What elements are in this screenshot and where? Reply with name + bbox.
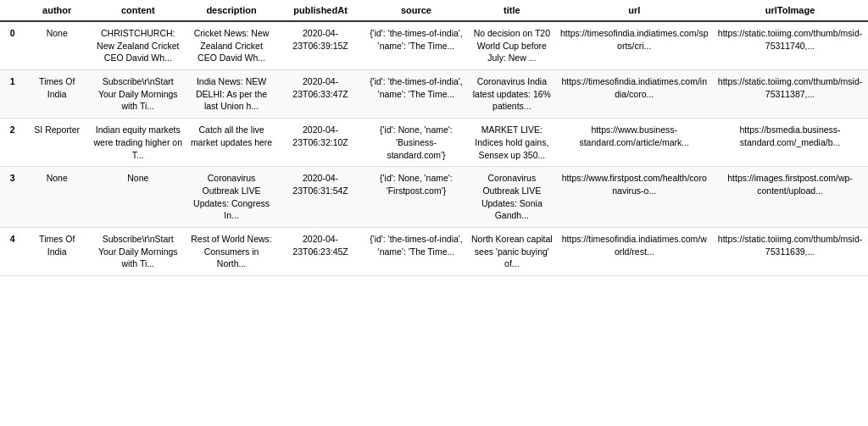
cell-description: Rest of World News: Consumers in North..…	[187, 227, 276, 275]
cell-url: https://www.business-standard.com/articl…	[556, 119, 712, 167]
cell-index: 3	[0, 167, 25, 228]
cell-publishedat: 2020-04-23T06:32:10Z	[276, 119, 365, 167]
cell-title: No decision on T20 World Cup before July…	[467, 21, 556, 70]
cell-content: Subscribe\r\nStart Your Daily Mornings w…	[89, 227, 187, 275]
col-header-index	[0, 0, 25, 21]
cell-author: SI Reporter	[25, 119, 89, 167]
cell-urltoimage: https://static.toiimg.com/thumb/msid-753…	[712, 70, 868, 119]
cell-content: Indian equity markets were trading highe…	[89, 119, 187, 167]
cell-urltoimage: https://bsmedia.business-standard.com/_m…	[712, 119, 868, 167]
col-header-url: url	[556, 0, 712, 21]
cell-index: 0	[0, 21, 25, 70]
cell-author: Times Of India	[25, 227, 89, 275]
cell-content: Subscribe\r\nStart Your Daily Mornings w…	[89, 70, 187, 119]
cell-url: https://timesofindia.indiatimes.com/worl…	[556, 227, 712, 275]
cell-index: 1	[0, 70, 25, 119]
table-row: 2SI ReporterIndian equity markets were t…	[0, 119, 868, 167]
table-row: 0NoneCHRISTCHURCH: New Zealand Cricket C…	[0, 21, 868, 70]
cell-content: CHRISTCHURCH: New Zealand Cricket CEO Da…	[89, 21, 187, 70]
cell-title: Coronavirus Outbreak LIVE Updates: Sonia…	[467, 167, 556, 228]
cell-source: {'id': None, 'name': 'Firstpost.com'}	[365, 167, 468, 228]
cell-author: None	[25, 21, 89, 70]
cell-title: Coronavirus India latest updates: 16% pa…	[467, 70, 556, 119]
cell-title: MARKET LIVE: Indices hold gains, Sensex …	[467, 119, 556, 167]
cell-description: Catch all the live market updates here	[187, 119, 276, 167]
cell-description: Cricket News: New Zealand Cricket CEO Da…	[187, 21, 276, 70]
cell-description: India News: NEW DELHI: As per the last U…	[187, 70, 276, 119]
cell-author: Times Of India	[25, 70, 89, 119]
data-table: author content description publishedAt s…	[0, 0, 868, 276]
table-row: 1Times Of IndiaSubscribe\r\nStart Your D…	[0, 70, 868, 119]
cell-description: Coronavirus Outbreak LIVE Updates: Congr…	[187, 167, 276, 228]
cell-source: {'id': 'the-times-of-india', 'name': 'Th…	[365, 21, 468, 70]
cell-content: None	[89, 167, 187, 228]
cell-index: 4	[0, 227, 25, 275]
cell-urltoimage: https://images.firstpost.com/wp-content/…	[712, 167, 868, 228]
col-header-description: description	[187, 0, 276, 21]
cell-url: https://www.firstpost.com/health/coronav…	[556, 167, 712, 228]
col-header-urltoimage: urlToImage	[712, 0, 868, 21]
cell-index: 2	[0, 119, 25, 167]
cell-urltoimage: https://static.toiimg.com/thumb/msid-753…	[712, 227, 868, 275]
cell-publishedat: 2020-04-23T06:33:47Z	[276, 70, 365, 119]
table-row: 3NoneNoneCoronavirus Outbreak LIVE Updat…	[0, 167, 868, 228]
cell-title: North Korean capital sees 'panic buying'…	[467, 227, 556, 275]
col-header-content: content	[89, 0, 187, 21]
cell-source: {'id': 'the-times-of-india', 'name': 'Th…	[365, 70, 468, 119]
cell-url: https://timesofindia.indiatimes.com/spor…	[556, 21, 712, 70]
cell-url: https://timesofindia.indiatimes.com/indi…	[556, 70, 712, 119]
cell-publishedat: 2020-04-23T06:39:15Z	[276, 21, 365, 70]
cell-urltoimage: https://static.toiimg.com/thumb/msid-753…	[712, 21, 868, 70]
cell-source: {'id': 'the-times-of-india', 'name': 'Th…	[365, 227, 468, 275]
cell-publishedat: 2020-04-23T06:23:45Z	[276, 227, 365, 275]
table-row: 4Times Of IndiaSubscribe\r\nStart Your D…	[0, 227, 868, 275]
col-header-title: title	[467, 0, 556, 21]
col-header-source: source	[365, 0, 468, 21]
col-header-publishedat: publishedAt	[276, 0, 365, 21]
cell-publishedat: 2020-04-23T06:31:54Z	[276, 167, 365, 228]
cell-author: None	[25, 167, 89, 228]
cell-source: {'id': None, 'name': 'Business-standard.…	[365, 119, 468, 167]
table-header: author content description publishedAt s…	[0, 0, 868, 21]
col-header-author: author	[25, 0, 89, 21]
